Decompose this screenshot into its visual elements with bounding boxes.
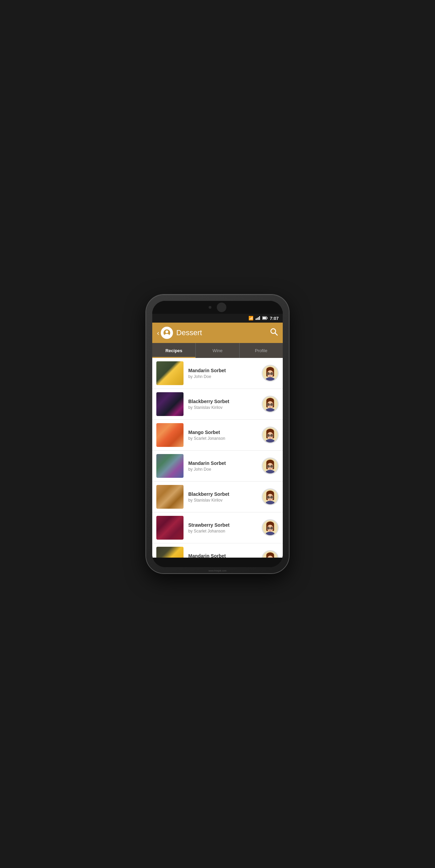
svg-point-38 (271, 404, 272, 405)
recipe-info: Mandarin Sorbet by John Doe (188, 553, 258, 558)
svg-point-69 (270, 467, 271, 468)
svg-point-8 (166, 330, 168, 333)
svg-point-99 (270, 529, 271, 530)
recipe-title: Mango Sorbet (188, 430, 258, 435)
app-screen: 📶 7:07 (152, 314, 283, 558)
recipe-author: by John Doe (188, 374, 258, 379)
svg-point-22 (268, 373, 269, 375)
search-button[interactable] (270, 328, 278, 338)
svg-rect-26 (266, 378, 275, 381)
avatar (262, 550, 279, 558)
recipe-author: by John Doe (188, 467, 258, 472)
svg-rect-5 (263, 317, 266, 319)
recipe-title: Blackberry Sorbet (188, 399, 258, 404)
phone-top-bar (152, 301, 283, 314)
svg-rect-2 (258, 317, 259, 320)
recipe-title: Mandarin Sorbet (188, 553, 258, 558)
svg-line-11 (275, 333, 278, 336)
recipe-author: by Scarlet Johanson (188, 529, 258, 534)
svg-point-53 (271, 435, 272, 436)
svg-point-37 (268, 404, 269, 405)
phone-device: 📶 7:07 (146, 295, 289, 573)
avatar (262, 365, 279, 382)
recipe-list: Mandarin Sorbet by John Doe (152, 358, 283, 558)
signal-icon (256, 316, 260, 321)
svg-rect-71 (266, 471, 275, 473)
app-title: Dessert (176, 328, 270, 337)
recipe-item[interactable]: Mango Sorbet by Scarlet Jonanson (152, 420, 283, 451)
recipe-title: Mandarin Sorbet (188, 368, 258, 373)
back-button[interactable]: ‹ (157, 329, 159, 337)
tab-wine[interactable]: Wine (196, 343, 239, 358)
app-bar: ‹ Dessert (152, 323, 283, 343)
svg-rect-0 (256, 319, 257, 320)
wifi-icon: 📶 (248, 316, 254, 321)
recipe-info: Blackberry Sorbet by Stanislav Kirilov (188, 491, 258, 503)
watermark: www.freepik.com (209, 569, 227, 572)
svg-point-23 (271, 373, 272, 375)
svg-point-24 (270, 375, 271, 375)
svg-rect-6 (267, 317, 267, 319)
recipe-thumbnail (156, 516, 184, 540)
svg-point-97 (268, 528, 269, 529)
recipe-info: Strawberry Sorbet by Scarlet Johanson (188, 522, 258, 534)
avatar (262, 519, 279, 536)
recipe-item[interactable]: Mandarin Sorbet by John Doe (152, 358, 283, 389)
svg-point-67 (268, 466, 269, 467)
recipe-info: Mandarin Sorbet by John Doe (188, 368, 258, 379)
recipe-thumbnail (156, 392, 184, 416)
tab-recipes[interactable]: Recipes (152, 343, 196, 358)
recipe-title: Blackberry Sorbet (188, 491, 258, 497)
recipe-info: Mandarin Sorbet by John Doe (188, 460, 258, 472)
svg-point-98 (271, 528, 272, 529)
recipe-author: by Scarlet Jonanson (188, 436, 258, 441)
status-time: 7:07 (270, 316, 279, 321)
svg-rect-101 (266, 533, 275, 535)
speaker (217, 303, 226, 312)
recipe-info: Mango Sorbet by Scarlet Jonanson (188, 430, 258, 441)
status-bar: 📶 7:07 (152, 314, 283, 323)
svg-rect-56 (266, 440, 275, 442)
svg-point-84 (270, 498, 271, 499)
app-logo (161, 327, 173, 339)
avatar (262, 488, 279, 505)
svg-rect-86 (266, 502, 275, 504)
svg-point-82 (268, 497, 269, 498)
camera-dot (209, 306, 211, 309)
recipe-thumbnail (156, 361, 184, 385)
svg-point-9 (164, 334, 169, 337)
svg-rect-41 (266, 409, 275, 412)
recipe-item[interactable]: Blackberry Sorbet by Stanislav Kirilov (152, 389, 283, 420)
svg-point-54 (270, 436, 271, 437)
recipe-thumbnail (156, 547, 184, 558)
battery-icon (262, 316, 268, 321)
svg-point-83 (271, 497, 272, 498)
recipe-title: Strawberry Sorbet (188, 522, 258, 528)
recipe-info: Blackberry Sorbet by Stanislav Kirilov (188, 399, 258, 410)
recipe-item[interactable]: Strawberry Sorbet by Scarlet Johanson (152, 512, 283, 543)
svg-point-39 (270, 405, 271, 406)
recipe-thumbnail (156, 454, 184, 478)
tab-bar: Recipes Wine Profile (152, 343, 283, 358)
svg-rect-1 (257, 318, 258, 320)
phone-screen: 📶 7:07 (152, 301, 283, 567)
avatar (262, 427, 279, 444)
recipe-author: by Stanislav Kirilov (188, 405, 258, 410)
svg-point-68 (271, 466, 272, 467)
avatar (262, 457, 279, 474)
tab-profile[interactable]: Profile (240, 343, 283, 358)
recipe-item[interactable]: Mandarin Sorbet by John Doe (152, 451, 283, 482)
recipe-item[interactable]: Blackberry Sorbet by Stanislav Kirilov (152, 482, 283, 512)
phone-bottom-bar (152, 558, 283, 567)
recipe-item[interactable]: Mandarin Sorbet by John Doe (152, 543, 283, 558)
avatar (262, 396, 279, 413)
svg-point-52 (268, 435, 269, 436)
recipe-thumbnail (156, 485, 184, 509)
recipe-author: by Stanislav Kirilov (188, 498, 258, 503)
recipe-thumbnail (156, 423, 184, 447)
svg-rect-3 (259, 316, 260, 320)
recipe-title: Mandarin Sorbet (188, 460, 258, 466)
